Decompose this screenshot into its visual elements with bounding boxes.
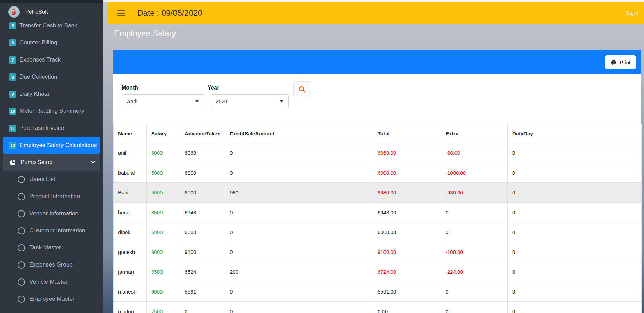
sidebar-item-daily-khata[interactable]: 9Daily Khata (0, 85, 103, 103)
cell-extra: 0 (441, 203, 508, 222)
sidebar-subitem-label: Customer Information (29, 227, 85, 234)
content-panel: Month Year April 2020 Name Salary Advanc… (113, 74, 641, 313)
cell-duty-day: 0 (508, 143, 642, 163)
sidebar-item-meter-reading-summery[interactable]: 10Meter Reading Summery (0, 103, 103, 120)
sidebar-subitem-vendor-information[interactable]: Vendor Information (0, 205, 103, 222)
month-select-value: April (127, 98, 137, 104)
item-number-badge: 9 (9, 91, 16, 98)
cell-name: gonesh (114, 242, 147, 262)
cell-duty-day: 0 (508, 163, 642, 183)
cell-salary: 7500 (147, 302, 180, 313)
col-advance: AdvanceTaken (180, 124, 225, 143)
table-row[interactable]: benoi8500694806948.0000 (114, 203, 642, 222)
item-number-badge: 12 (9, 142, 16, 149)
item-number-badge: 6 (9, 39, 16, 46)
printer-icon (611, 59, 617, 65)
sidebar-item-label: Counter Billing (19, 39, 57, 46)
sidebar-item-label: Due Collection (19, 73, 57, 80)
cell-advance-taken: 0 (180, 302, 225, 313)
sidebar-subitem-employee-master[interactable]: Employee Master (0, 290, 103, 308)
sidebar-item-due-collection[interactable]: 8Due Collection (0, 68, 103, 85)
search-button[interactable] (293, 81, 311, 97)
circle-icon (18, 244, 25, 251)
sidebar-nav: 5Transfer Cash to Bank6Counter Billing7E… (0, 17, 103, 308)
cell-duty-day: 0 (508, 242, 642, 262)
cell-advance-taken: 6000 (180, 163, 225, 183)
sidebar-item-label: Meter Reading Summery (19, 108, 84, 114)
cell-total: 6948.00 (373, 203, 441, 222)
print-button[interactable]: Print (605, 55, 636, 69)
table-row[interactable]: gonesh9000910009100.00-100.000 (114, 242, 642, 262)
table-row[interactable]: anil6000606806068.00-68.000 (114, 143, 642, 163)
cell-advance-taken: 6068 (180, 143, 225, 163)
col-total: Total (373, 124, 441, 143)
sidebar-group-label: Pump Setup (20, 159, 53, 166)
cell-extra: -224.00 (441, 262, 508, 282)
year-select[interactable]: 2020 (211, 94, 289, 108)
action-bar: Print (113, 50, 641, 74)
circle-icon (18, 261, 25, 269)
sidebar-subitem-product-information[interactable]: Product Information (0, 188, 103, 205)
sidebar-subitem-users-list[interactable]: Users List (0, 171, 103, 188)
cell-salary: 9000 (147, 183, 180, 203)
chevron-down-icon (195, 100, 199, 103)
salary-table: Name Salary AdvanceTaken CreditSaleAmoun… (113, 124, 642, 313)
cell-salary: 6000 (147, 143, 180, 163)
table-header-row: Name Salary AdvanceTaken CreditSaleAmoun… (114, 124, 642, 143)
cell-salary: 6500 (147, 262, 180, 282)
user-menu[interactable]: Sajal (626, 10, 638, 16)
year-label: Year (208, 85, 219, 91)
cell-total: 6000.00 (373, 222, 441, 242)
item-number-badge: 8 (9, 73, 16, 81)
col-credit: CreditSaleAmount (225, 124, 373, 143)
cell-credit-sale-amount: 0 (225, 242, 373, 262)
circle-icon (18, 176, 25, 183)
cell-credit-sale-amount: 200 (225, 262, 373, 282)
fuel-pump-logo-icon (8, 6, 20, 18)
sidebar-subitem-expenses-group[interactable]: Expenses Group (0, 256, 103, 273)
cell-salary: 5000 (147, 163, 180, 183)
sidebar-item-purchase-invoice[interactable]: 11Purchase Invoice (0, 120, 103, 137)
col-salary: Salary (147, 124, 180, 143)
sidebar-subitem-tank-master[interactable]: Tank Master (0, 239, 103, 256)
circle-icon (18, 210, 25, 217)
col-name: Name (114, 124, 147, 143)
cell-credit-sale-amount: 0 (225, 143, 373, 163)
table-row[interactable]: modon7500000.0000 (114, 302, 642, 313)
sidebar-item-counter-billing[interactable]: 6Counter Billing (0, 34, 103, 51)
sidebar-item-label: Employee Salary Calculations (19, 142, 97, 149)
sidebar-subitem-customer-information[interactable]: Customer Information (0, 222, 103, 239)
pie-chart-icon (9, 159, 16, 166)
cell-advance-taken: 6000 (180, 222, 225, 242)
cell-total: 9100.00 (373, 242, 441, 262)
cell-duty-day: 0 (508, 282, 642, 302)
item-number-badge: 5 (9, 22, 16, 29)
sidebar-item-employee-salary-calculations[interactable]: 12Employee Salary Calculations (3, 137, 100, 154)
cell-duty-day: 0 (508, 183, 642, 203)
cell-credit-sale-amount: 980 (225, 183, 373, 203)
sidebar-top-strip (0, 0, 103, 3)
cell-total: 0.00 (373, 302, 441, 313)
cell-total: 6724.00 (373, 262, 441, 282)
cell-credit-sale-amount: 0 (225, 282, 373, 302)
cell-salary: 9000 (147, 242, 180, 262)
sidebar-subitem-vehicle-master[interactable]: Vehicle Master (0, 273, 103, 290)
cell-credit-sale-amount: 0 (225, 302, 373, 313)
cell-name: dipok (114, 222, 147, 242)
cell-extra: -100.00 (441, 242, 508, 262)
menu-icon[interactable] (117, 10, 125, 16)
cell-duty-day: 0 (508, 262, 642, 282)
cell-duty-day: 0 (508, 302, 642, 313)
table-row[interactable]: babulal5000600006000.00-1000.000 (114, 163, 642, 183)
sidebar-group-pump-setup[interactable]: Pump Setup (3, 154, 100, 171)
table-row[interactable]: dipok6000600006000.0000 (114, 222, 642, 242)
table-row[interactable]: Bapi900090009809980.00-980.000 (114, 183, 642, 203)
sidebar-item-expenses-track[interactable]: 7Expenses Track (0, 51, 103, 68)
chevron-down-icon (90, 160, 96, 166)
table-row[interactable]: manesh6000559105591.0000 (114, 282, 642, 302)
sidebar-item-label: Purchase Invoice (19, 125, 64, 132)
month-select[interactable]: April (122, 94, 204, 108)
item-number-badge: 10 (9, 108, 16, 115)
circle-icon (18, 296, 25, 303)
table-row[interactable]: jarman650065242006724.00-224.000 (114, 262, 642, 282)
